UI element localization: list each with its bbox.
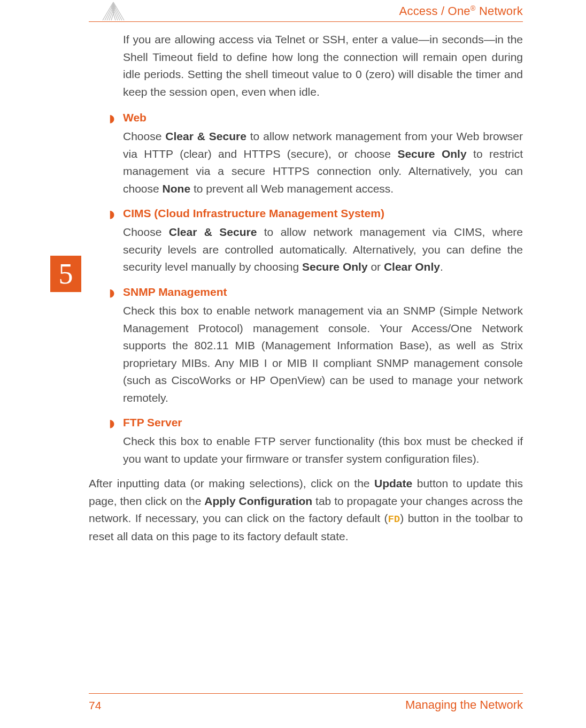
brand-prefix: Access / One bbox=[399, 4, 471, 18]
page-number: 74 bbox=[89, 699, 101, 712]
bullet-icon: ◗ bbox=[109, 285, 118, 301]
bullet-web: ◗ Web Choose Clear & Secure to allow net… bbox=[109, 109, 523, 197]
bullet-body-snmp: Check this box to enable network managem… bbox=[123, 302, 523, 407]
running-header-title: Access / One® Network bbox=[399, 4, 523, 18]
document-page: Access / One® Network 5 If you are allow… bbox=[0, 0, 586, 728]
brand-suffix: Network bbox=[476, 4, 523, 18]
bullet-heading-snmp: SNMP Management bbox=[123, 283, 227, 301]
bullet-snmp: ◗ SNMP Management Check this box to enab… bbox=[109, 283, 523, 407]
bullet-icon: ◗ bbox=[109, 415, 118, 432]
bullet-icon: ◗ bbox=[109, 110, 118, 127]
bullet-heading-web: Web bbox=[123, 109, 146, 127]
brand-registered-mark: ® bbox=[471, 4, 476, 12]
bullet-cims: ◗ CIMS (Cloud Infrastructure Management … bbox=[109, 205, 523, 276]
intro-paragraph: If you are allowing access via Telnet or… bbox=[123, 31, 523, 101]
bullet-body-web: Choose Clear & Secure to allow network m… bbox=[123, 128, 523, 197]
footer-rule bbox=[89, 693, 523, 694]
bullet-ftp: ◗ FTP Server Check this box to enable FT… bbox=[109, 414, 523, 468]
footer-section-title: Managing the Network bbox=[405, 698, 523, 712]
bullet-heading-cims: CIMS (Cloud Infrastructure Management Sy… bbox=[123, 205, 384, 223]
content-column: If you are allowing access via Telnet or… bbox=[89, 31, 523, 545]
header-rule bbox=[89, 21, 523, 22]
closing-paragraph: After inputting data (or making selectio… bbox=[89, 475, 523, 545]
fd-button-label: FD bbox=[388, 514, 400, 525]
bullet-body-ftp: Check this box to enable FTP server func… bbox=[123, 433, 523, 468]
brand-logo-icon bbox=[99, 0, 127, 21]
bullet-body-cims: Choose Clear & Secure to allow network m… bbox=[123, 224, 523, 276]
bullet-icon: ◗ bbox=[109, 206, 118, 223]
chapter-number: 5 bbox=[59, 259, 73, 288]
chapter-number-tab: 5 bbox=[50, 256, 81, 292]
bullet-heading-ftp: FTP Server bbox=[123, 414, 182, 432]
